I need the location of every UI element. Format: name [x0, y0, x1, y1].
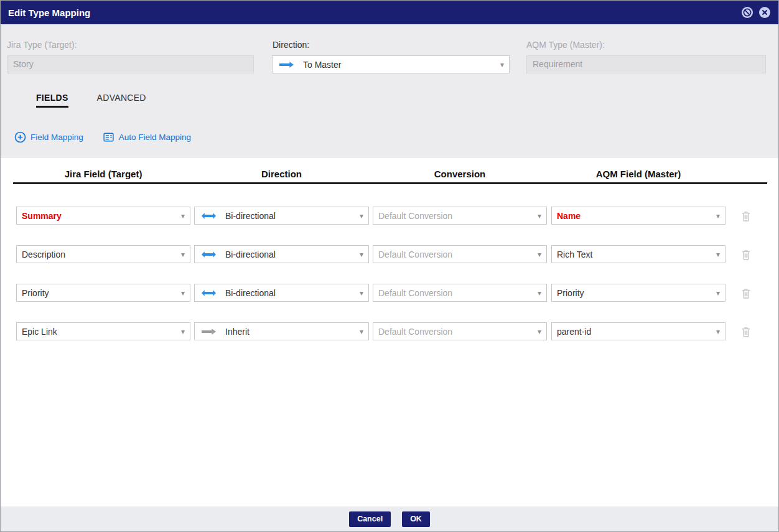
cancel-button[interactable]: Cancel [349, 511, 391, 527]
jira-type-field: Story [7, 55, 254, 73]
auto-field-mapping-icon [103, 131, 114, 143]
direction-arrow-icon [201, 328, 217, 335]
jira-field-value: Summary [22, 211, 62, 221]
delete-row-button[interactable] [741, 325, 753, 338]
aqm-field-value: Rich Text [557, 250, 592, 259]
conversion-value: Default Conversion [378, 288, 452, 298]
aqm-type-field: Requirement [526, 55, 766, 73]
direction-field-select[interactable]: Bi-directional ▾ [194, 245, 369, 263]
chevron-down-icon: ▾ [360, 251, 363, 258]
aqm-field-select[interactable]: parent-id ▾ [551, 322, 725, 340]
conversion-select[interactable]: Default Conversion ▾ [373, 322, 547, 340]
chevron-down-icon: ▾ [360, 289, 363, 297]
aqm-field-select[interactable]: Name ▾ [551, 207, 725, 225]
mapping-row: Description ▾ Bi-directional ▾ Default C… [1, 245, 778, 263]
conversion-select[interactable]: Default Conversion ▾ [373, 207, 547, 225]
chevron-down-icon: ▾ [500, 61, 504, 68]
direction-field-select[interactable]: Bi-directional ▾ [194, 284, 369, 302]
delete-row-button[interactable] [741, 209, 753, 223]
jira-field-select[interactable]: Summary ▾ [16, 207, 190, 225]
chevron-down-icon: ▾ [360, 212, 363, 220]
column-header-jira-field: Jira Field (Target) [16, 169, 190, 179]
jira-field-select[interactable]: Priority ▾ [16, 284, 190, 302]
direction-field-select[interactable]: Bi-directional ▾ [194, 207, 369, 225]
jira-field-value: Epic Link [22, 327, 57, 337]
delete-row-button[interactable] [741, 286, 753, 300]
auto-field-mapping-button[interactable]: Auto Field Mapping [103, 131, 191, 143]
mapping-rows: Summary ▾ Bi-directional ▾ Default Conve… [1, 207, 778, 361]
mapping-row: Summary ▾ Bi-directional ▾ Default Conve… [1, 207, 778, 225]
aqm-field-value: Name [557, 211, 581, 221]
tab-advanced[interactable]: ADVANCED [97, 93, 146, 106]
chevron-down-icon: ▾ [538, 212, 541, 220]
jira-type-label: Jira Type (Target): [7, 40, 77, 50]
direction-label: Direction: [273, 40, 309, 50]
field-mapping-button[interactable]: Field Mapping [14, 131, 83, 143]
conversion-value: Default Conversion [378, 211, 452, 221]
conversion-select[interactable]: Default Conversion ▾ [373, 245, 547, 263]
edit-type-mapping-dialog: Edit Type Mapping Jira Type (Target): St… [0, 0, 779, 532]
chevron-down-icon: ▾ [538, 289, 541, 297]
direction-field-value: Bi-directional [225, 250, 276, 259]
chevron-down-icon: ▾ [716, 328, 720, 335]
to-master-arrow-icon [279, 61, 294, 68]
column-header-aqm-field: AQM Field (Master) [551, 169, 725, 179]
jira-field-select[interactable]: Epic Link ▾ [16, 322, 190, 340]
field-mapping-table: Jira Field (Target) Direction Conversion… [1, 158, 778, 531]
column-header-direction: Direction [194, 169, 369, 179]
aqm-field-value: Priority [557, 288, 584, 298]
jira-field-select[interactable]: Description ▾ [16, 245, 190, 263]
dialog-titlebar: Edit Type Mapping [1, 1, 778, 24]
tab-bar: FIELDS ADVANCED [36, 93, 146, 108]
field-actions: Field Mapping Auto Field Mapping [14, 131, 191, 143]
chevron-down-icon: ▾ [538, 328, 541, 335]
direction-select[interactable]: To Master ▾ [272, 55, 510, 73]
chevron-down-icon: ▾ [181, 328, 185, 335]
chevron-down-icon: ▾ [716, 212, 720, 220]
mapping-row: Epic Link ▾ Inherit ▾ Default Conversion… [1, 322, 778, 340]
conversion-value: Default Conversion [378, 250, 452, 259]
chevron-down-icon: ▾ [181, 289, 185, 297]
column-header-conversion: Conversion [373, 169, 547, 179]
plus-circle-icon [14, 131, 26, 143]
direction-field-select[interactable]: Inherit ▾ [194, 322, 369, 340]
chevron-down-icon: ▾ [181, 251, 185, 258]
tab-fields[interactable]: FIELDS [36, 93, 68, 108]
aqm-field-select[interactable]: Priority ▾ [551, 284, 725, 302]
aqm-type-label: AQM Type (Master): [526, 40, 605, 50]
jira-field-value: Priority [22, 288, 49, 298]
trash-icon [741, 326, 751, 338]
ok-button[interactable]: OK [402, 511, 430, 527]
direction-arrow-icon [201, 289, 217, 297]
conversion-value: Default Conversion [378, 327, 452, 337]
aqm-field-select[interactable]: Rich Text ▾ [551, 245, 725, 263]
direction-value: To Master [303, 60, 341, 70]
trash-icon [741, 249, 751, 261]
aqm-field-value: parent-id [557, 327, 591, 337]
chevron-down-icon: ▾ [716, 251, 720, 258]
direction-field-value: Bi-directional [225, 288, 276, 298]
dialog-title: Edit Type Mapping [8, 7, 90, 18]
chevron-down-icon: ▾ [716, 289, 720, 297]
trash-icon [741, 287, 751, 299]
chevron-down-icon: ▾ [538, 251, 541, 258]
direction-field-value: Inherit [225, 327, 250, 337]
trash-icon [741, 210, 751, 222]
dialog-footer: Cancel OK [1, 506, 778, 531]
chevron-down-icon: ▾ [360, 328, 363, 335]
direction-arrow-icon [201, 251, 217, 258]
conversion-select[interactable]: Default Conversion ▾ [373, 284, 547, 302]
direction-arrow-icon [201, 212, 217, 220]
auto-field-mapping-label: Auto Field Mapping [119, 133, 191, 142]
close-icon[interactable] [758, 6, 771, 19]
disable-icon[interactable] [741, 6, 753, 19]
direction-field-value: Bi-directional [225, 211, 276, 221]
delete-row-button[interactable] [741, 248, 753, 261]
jira-field-value: Description [22, 250, 65, 259]
table-header-divider [13, 182, 767, 184]
mapping-row: Priority ▾ Bi-directional ▾ Default Conv… [1, 284, 778, 302]
chevron-down-icon: ▾ [181, 212, 185, 220]
field-mapping-label: Field Mapping [30, 133, 83, 142]
